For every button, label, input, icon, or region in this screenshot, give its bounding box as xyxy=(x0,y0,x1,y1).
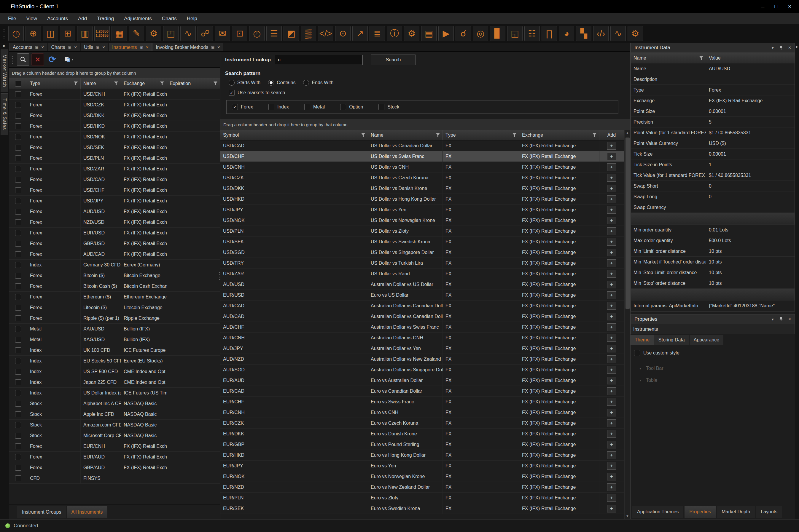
row-checkbox[interactable] xyxy=(15,305,21,310)
table-row[interactable]: USD/PLN US Dollar vs Zloty FX FX (IFX) R… xyxy=(220,226,624,236)
float-window-icon[interactable]: ▣ xyxy=(140,45,143,50)
use-custom-style-checkbox[interactable] xyxy=(634,350,640,356)
close-icon[interactable]: × xyxy=(146,45,149,50)
close-icon[interactable]: × xyxy=(217,45,220,50)
table-row[interactable]: Index US SP 500 CFD CME:Index and Opt xyxy=(9,366,220,377)
table-row[interactable]: AUD/CAD Australian Dollar vs Canadian Do… xyxy=(220,301,624,311)
market-option[interactable]: Metal xyxy=(304,104,325,110)
table-row[interactable]: EUR/CNH Euro vs CNH FX FX (IFX) Retail E… xyxy=(220,407,624,418)
menu-item[interactable]: Charts xyxy=(157,16,182,22)
panel-add-icon[interactable]: ⊞ xyxy=(60,26,75,41)
row-checkbox[interactable] xyxy=(15,347,21,353)
property-row[interactable]: Point Size 0.00001 xyxy=(631,106,795,117)
row-checkbox[interactable] xyxy=(15,337,21,343)
property-row[interactable]: Min 'Stop' order distance 10 pts xyxy=(631,278,795,289)
property-row[interactable] xyxy=(631,213,795,225)
table-row[interactable]: USD/CHF US Dollar vs Swiss Franc FX FX (… xyxy=(220,151,624,162)
add-instrument-button[interactable]: + xyxy=(607,409,616,416)
table-row[interactable]: Forex Litecoin ($) Litecoin Exchange xyxy=(9,302,220,313)
table-row[interactable]: Forex EUR/USD FX (IFX) Retail Exchange xyxy=(9,228,220,238)
property-row[interactable]: Type Forex xyxy=(631,85,795,95)
table-row[interactable]: EUR/DKK Euro vs Danish Krone FX FX (IFX)… xyxy=(220,429,624,439)
market-search-icon[interactable]: ⊙ xyxy=(335,26,351,41)
header-select-all[interactable] xyxy=(9,78,27,89)
add-instrument-button[interactable]: + xyxy=(607,473,616,480)
property-row[interactable]: Precision 5 xyxy=(631,117,795,128)
table-row[interactable]: USD/ZAR US Dollar vs Rand FX FX (IFX) Re… xyxy=(220,268,624,279)
pattern-radio-option[interactable]: Ends With xyxy=(303,80,333,86)
market-checkbox[interactable] xyxy=(232,104,238,110)
property-row[interactable]: Name AUD/USD xyxy=(631,63,795,74)
table-row[interactable]: Index EU Stocks 50 CFD Eurex (EU Stocks) xyxy=(9,356,220,366)
property-row[interactable]: Point Value (for 1 standard FOREX lot) $… xyxy=(631,128,795,138)
filter-icon[interactable] xyxy=(74,81,78,86)
row-checkbox[interactable] xyxy=(15,315,21,321)
add-instrument-button[interactable]: + xyxy=(607,387,616,395)
table-row[interactable]: USD/TRY US Dollar vs Turkish Lira FX FX … xyxy=(220,258,624,268)
table-row[interactable]: USD/NOK US Dollar vs Norwegian Krone FX … xyxy=(220,215,624,226)
add-instrument-button[interactable]: + xyxy=(607,217,616,224)
table-row[interactable]: Stock Alphabet Inc A CFI NASDAQ Basic xyxy=(9,398,220,409)
tab-utils[interactable]: Utils ▣ × xyxy=(81,43,108,51)
panel-splitter-handle[interactable] xyxy=(219,271,221,281)
table-row[interactable]: Metal XAU/USD Bullion (IFX) xyxy=(9,324,220,334)
add-instrument-button[interactable]: + xyxy=(607,345,616,353)
table-row[interactable]: Forex USD/CHF FX (IFX) Retail Exchange xyxy=(9,185,220,196)
close-icon[interactable]: × xyxy=(102,45,105,50)
row-checkbox[interactable] xyxy=(15,123,21,129)
chart-add-icon[interactable]: ⊕ xyxy=(25,26,41,41)
row-checkbox[interactable] xyxy=(15,166,21,172)
step-curve-icon[interactable]: ∏ xyxy=(542,26,557,41)
add-instrument-button[interactable]: + xyxy=(607,153,616,160)
bar-tiles-icon[interactable]: ▊ xyxy=(490,26,505,41)
row-checkbox[interactable] xyxy=(15,294,21,300)
table-row[interactable]: EUR/PLN Euro vs Zloty FX FX (IFX) Retail… xyxy=(220,493,624,503)
row-checkbox[interactable] xyxy=(15,465,21,471)
add-instrument-button[interactable]: + xyxy=(607,185,616,192)
tab-layouts[interactable]: Layouts xyxy=(756,506,782,518)
add-instrument-button[interactable]: + xyxy=(607,334,616,342)
lookup-input[interactable] xyxy=(275,55,363,65)
notes-edit-icon[interactable]: ✎ xyxy=(129,26,144,41)
table-row[interactable]: Forex USD/NOK FX (IFX) Retail Exchange xyxy=(9,132,220,142)
property-row[interactable]: Exchange FX (IFX) Retail Exchange xyxy=(631,95,795,106)
row-checkbox[interactable] xyxy=(15,273,21,279)
menu-item[interactable]: Trading xyxy=(92,16,119,22)
close-icon[interactable]: × xyxy=(41,45,44,50)
table-row[interactable]: Forex USD/ZAR FX (IFX) Retail Exchange xyxy=(9,164,220,174)
table-row[interactable]: USD/SGD US Dollar vs Singapore Dollar FX… xyxy=(220,247,624,258)
add-instrument-button[interactable]: + xyxy=(607,281,616,288)
property-row[interactable]: Swap Currency xyxy=(631,202,795,213)
columns-add-icon[interactable]: ▥ xyxy=(77,26,93,41)
row-checkbox[interactable] xyxy=(15,187,21,193)
add-instrument-button[interactable]: + xyxy=(607,142,616,150)
table-row[interactable]: Forex USD/SEK FX (IFX) Retail Exchange xyxy=(9,142,220,153)
table-row[interactable]: Forex USD/HKD FX (IFX) Retail Exchange xyxy=(9,121,220,132)
add-instrument-button[interactable]: + xyxy=(607,398,616,406)
table-row[interactable]: Index Germany 30 CFD Eurex (Germany) xyxy=(9,260,220,270)
add-instrument-button[interactable]: + xyxy=(607,291,616,299)
scroll-up-icon[interactable]: ▲ xyxy=(625,131,630,135)
row-checkbox[interactable] xyxy=(15,155,21,161)
alerts-bell-icon[interactable]: ✉ xyxy=(215,26,230,41)
add-instrument-button[interactable]: + xyxy=(607,195,616,203)
add-instrument-button[interactable]: + xyxy=(607,249,616,256)
add-instrument-button[interactable]: + xyxy=(607,206,616,214)
table-row[interactable]: AUD/CAD Australian Dollar vs Canadian Do… xyxy=(220,311,624,322)
menu-item[interactable]: View xyxy=(21,16,42,22)
table-row[interactable]: Forex Bitcoin Cash ($) Bitcoin Cash Exch… xyxy=(9,281,220,292)
menu-item[interactable]: Help xyxy=(182,16,202,22)
add-instrument-button[interactable]: + xyxy=(607,451,616,459)
table-row[interactable]: Forex USD/PLN FX (IFX) Retail Exchange xyxy=(9,153,220,164)
code-brackets-icon[interactable]: ‹/› xyxy=(593,26,609,41)
row-checkbox[interactable] xyxy=(15,326,21,332)
tab-accounts[interactable]: Accounts ▣ × xyxy=(10,43,47,51)
table-row[interactable]: AUD/CHF Australian Dollar vs Swiss Franc… xyxy=(220,322,624,332)
tab-invoking-broker-methods[interactable]: Invoking Broker Methods ▣ × xyxy=(152,43,223,51)
table-row[interactable]: Index US Dollar Index (p ICE Futures (US… xyxy=(9,388,220,398)
news-board-icon[interactable]: ☷ xyxy=(524,26,540,41)
chevron-down-icon[interactable]: ▾ xyxy=(772,45,774,50)
collapsed-section[interactable]: ▾ Table xyxy=(634,374,792,386)
property-row[interactable]: Max order quantity 500.0 Lots xyxy=(631,235,795,246)
table-row[interactable]: EUR/HKD Euro vs Hong Kong Dollar FX FX (… xyxy=(220,450,624,460)
